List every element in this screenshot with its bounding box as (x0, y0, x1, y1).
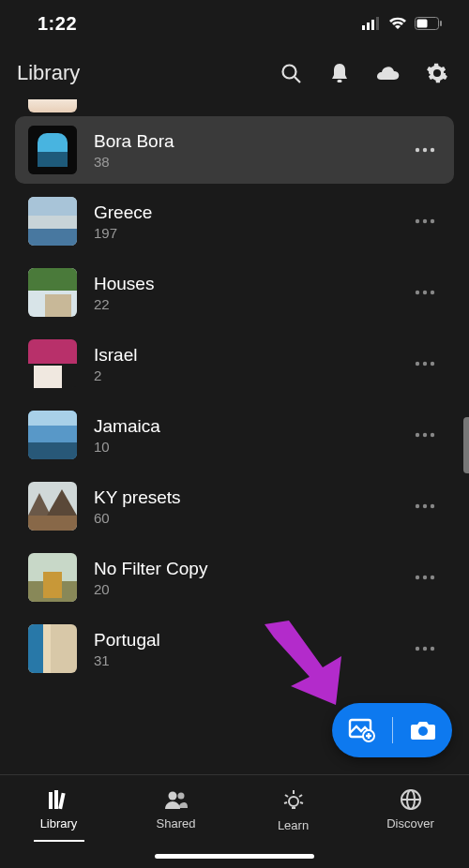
battery-icon (415, 17, 443, 30)
album-thumbnail (28, 553, 77, 602)
list-item[interactable]: Greece 197 (15, 187, 454, 255)
svg-point-45 (423, 504, 427, 508)
svg-rect-18 (28, 229, 77, 246)
album-thumbnail (28, 126, 77, 174)
album-title: KY presets (94, 487, 392, 508)
svg-rect-3 (376, 17, 379, 30)
list-item[interactable]: Jamaica 10 (15, 401, 454, 469)
album-count: 2 (94, 367, 392, 383)
more-icon (415, 147, 435, 153)
status-time: 1:22 (38, 13, 77, 35)
svg-point-51 (423, 576, 427, 579)
svg-line-75 (300, 802, 303, 803)
svg-rect-23 (28, 268, 77, 291)
svg-point-15 (431, 148, 434, 152)
svg-point-64 (418, 726, 428, 736)
album-thumbnail (28, 339, 77, 388)
album-more-button[interactable] (409, 205, 441, 237)
svg-point-38 (423, 433, 427, 437)
globe-icon (400, 788, 422, 811)
notifications-button[interactable] (325, 58, 355, 88)
svg-point-13 (416, 148, 419, 152)
svg-rect-17 (28, 197, 77, 216)
album-title: No Filter Copy (94, 559, 392, 579)
svg-point-27 (431, 291, 434, 294)
album-more-button[interactable] (409, 348, 441, 380)
album-info: Bora Bora 38 (94, 131, 392, 170)
list-item[interactable]: Bora Bora 38 (15, 116, 454, 184)
list-item[interactable]: Portugal 31 (15, 615, 454, 682)
people-icon (164, 788, 189, 811)
nav-learn[interactable]: Learn (234, 788, 352, 832)
album-count: 20 (94, 581, 392, 597)
wifi-icon (388, 17, 407, 30)
svg-rect-1 (367, 22, 370, 30)
album-more-button[interactable] (409, 419, 441, 451)
nav-label: Shared (157, 816, 196, 831)
svg-point-56 (416, 647, 419, 651)
svg-rect-43 (28, 516, 77, 531)
svg-point-69 (177, 793, 184, 800)
svg-rect-30 (34, 366, 62, 388)
album-more-button[interactable] (409, 561, 441, 593)
nav-library[interactable]: Library (0, 788, 117, 842)
library-icon (47, 788, 71, 811)
svg-rect-5 (417, 20, 428, 28)
album-more-button[interactable] (409, 277, 441, 308)
scroll-indicator[interactable] (463, 417, 469, 473)
album-more-button[interactable] (409, 134, 441, 166)
list-item[interactable]: Houses 22 (15, 259, 454, 326)
svg-point-44 (416, 504, 419, 508)
cloud-button[interactable] (373, 58, 403, 88)
camera-button[interactable] (404, 719, 442, 741)
bell-icon (329, 62, 350, 84)
album-list[interactable]: Bora Bora 38 Greece 197 Houses 22 I (0, 99, 469, 774)
svg-point-7 (283, 66, 296, 79)
search-button[interactable] (276, 58, 306, 88)
svg-rect-67 (58, 793, 65, 809)
album-thumbnail (28, 197, 77, 246)
import-image-button[interactable] (343, 718, 381, 742)
add-photos-fab[interactable] (332, 703, 452, 757)
album-more-button[interactable] (409, 633, 441, 665)
album-count: 60 (94, 510, 392, 526)
svg-rect-2 (371, 20, 374, 30)
more-icon (415, 503, 435, 509)
svg-rect-49 (43, 572, 62, 598)
status-indicators (362, 17, 443, 30)
svg-rect-12 (38, 152, 68, 167)
album-count: 22 (94, 296, 392, 312)
nav-underline (34, 840, 84, 842)
album-more-button[interactable] (409, 490, 441, 522)
album-title: Bora Bora (94, 131, 392, 152)
album-title: Jamaica (94, 416, 392, 437)
svg-line-73 (299, 795, 302, 797)
camera-icon (409, 719, 437, 741)
svg-point-58 (431, 647, 434, 651)
settings-button[interactable] (422, 58, 452, 88)
svg-rect-55 (43, 624, 51, 673)
svg-line-74 (284, 802, 287, 803)
album-thumbnail (28, 482, 77, 531)
album-info: No Filter Copy 20 (94, 559, 392, 597)
album-info: Portugal 31 (94, 630, 392, 668)
album-count: 38 (94, 154, 392, 170)
svg-line-72 (285, 795, 288, 797)
more-icon (415, 432, 435, 438)
svg-point-14 (423, 148, 427, 152)
status-bar: 1:22 (0, 0, 469, 47)
list-item[interactable]: Israel 2 (15, 330, 454, 397)
fab-divider (392, 717, 393, 743)
svg-rect-36 (28, 442, 77, 459)
list-item[interactable]: KY presets 60 (15, 472, 454, 540)
nav-shared[interactable]: Shared (117, 788, 234, 831)
svg-point-50 (416, 576, 419, 579)
svg-rect-66 (54, 790, 58, 809)
home-indicator[interactable] (155, 854, 314, 859)
album-thumbnail (28, 411, 77, 459)
list-item[interactable]: No Filter Copy 20 (15, 544, 454, 611)
album-info: KY presets 60 (94, 487, 392, 526)
svg-point-46 (431, 504, 434, 508)
nav-discover[interactable]: Discover (352, 788, 469, 831)
nav-label: Learn (278, 818, 309, 832)
